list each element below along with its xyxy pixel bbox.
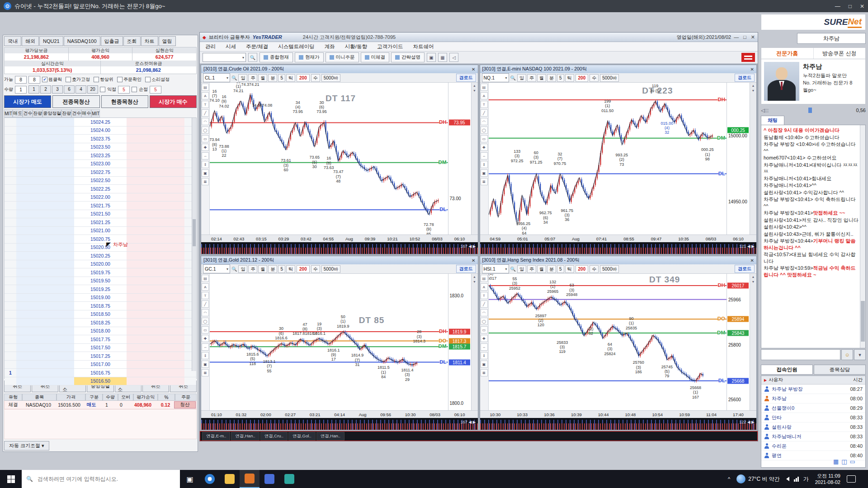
chart-search-icon[interactable]: 🔍	[510, 267, 516, 272]
drawing-tool-icon[interactable]: ▭	[202, 326, 209, 333]
qty-preset-button[interactable]: 1	[28, 85, 39, 94]
drawing-tool-icon[interactable]: ▤	[202, 84, 209, 91]
orderbook-price[interactable]: 15017.75	[74, 335, 127, 343]
chart-titlebar[interactable]: [3010] 연결,Crude Oil 2021.09 - 200틱 ✕	[201, 65, 478, 73]
user-row[interactable]: 만타 08:33	[761, 413, 865, 422]
orderbook-row[interactable]: 15018.00	[5, 327, 196, 336]
checkbox-option[interactable]: 호가고정	[66, 76, 90, 83]
menu-item[interactable]: 차트쉐어	[413, 43, 434, 50]
drawing-tool-icon[interactable]: ▣	[202, 169, 209, 177]
orderbook-row[interactable]: 15021.50	[5, 210, 196, 219]
user-row[interactable]: 차주남매니저 08:33	[761, 432, 865, 441]
su-button[interactable]: 수	[590, 265, 599, 273]
chart-side-scrollbar[interactable]: ▲▼	[471, 274, 478, 410]
menu-item[interactable]: 시스템트레이딩	[278, 43, 315, 50]
orderbook-price[interactable]: 15019.00	[74, 294, 127, 302]
orderbook-row[interactable]: 15021.00	[5, 227, 196, 235]
layout-single-icon[interactable]: ▭	[850, 458, 855, 465]
orderbook-row[interactable]: 15024.25	[5, 118, 196, 127]
orderbook-price[interactable]: 15023.50	[74, 143, 127, 151]
quick-liquidate-button[interactable]	[741, 53, 755, 62]
drawing-tool-icon[interactable]: A	[481, 92, 488, 99]
qty-preset-button[interactable]: 2	[40, 85, 51, 94]
quick-window-button[interactable]: 현재가	[295, 52, 324, 62]
user-row[interactable]: 차주남 08:00	[761, 394, 865, 404]
orderbook-price[interactable]: 15021.25	[74, 218, 127, 226]
load-button[interactable]: 겹로드	[456, 74, 476, 82]
chart-side-scrollbar[interactable]: ▲▼	[471, 83, 478, 235]
chat-scrollbar[interactable]	[860, 125, 865, 348]
tray-expand-icon[interactable]: ^	[728, 476, 730, 482]
orderbook-row[interactable]: 15016.50	[5, 377, 196, 386]
orderbook-header-cell[interactable]: 건수	[71, 109, 81, 117]
drawing-tool-icon[interactable]: ⇕	[481, 352, 488, 359]
drawing-tool-icon[interactable]: T	[202, 101, 209, 108]
orderbook-row[interactable]: 15021.75	[5, 202, 196, 210]
position-row[interactable]: 체결 NASDAQ10 15016.500 매도 1 0 408,960 0.1…	[4, 401, 197, 409]
period-button[interactable]: 월	[258, 265, 267, 273]
monitor-icon[interactable]: ▣	[427, 53, 436, 62]
chart-document-tab[interactable]: 연결,Cru..	[260, 432, 288, 441]
quick-window-button[interactable]: 종합현재	[259, 52, 293, 62]
chat-tab[interactable]: 채팅	[761, 116, 784, 125]
su-button[interactable]: 수	[311, 74, 320, 82]
expert-tab[interactable]: 방송쿠폰 신청	[814, 48, 866, 59]
orderbook-header-cell[interactable]: 중앙정렬	[42, 109, 61, 117]
quick-window-button[interactable]: 미니주문	[326, 52, 359, 62]
orderbook-row[interactable]: 15020.50	[5, 244, 196, 252]
qty-preset-button[interactable]: 20	[87, 85, 98, 94]
symbol-search-combo[interactable]: ▾	[203, 53, 246, 62]
period-button[interactable]: 분	[547, 265, 556, 273]
chart-time-axis[interactable]: 04:5905:0105:07Aug07:4108:5509:4710:3508…	[480, 235, 757, 242]
menu-item[interactable]: 고객가이드	[377, 43, 403, 50]
menu-item[interactable]: 시세	[226, 43, 236, 50]
yestrader-restore-icon[interactable]: □	[743, 34, 746, 40]
user-row[interactable]: 수리온 08:40	[761, 441, 865, 451]
task-view-button[interactable]: ▣	[180, 470, 200, 488]
orderbook-header-cell[interactable]: MIT	[4, 109, 13, 117]
drawing-tool-icon[interactable]: ◯	[481, 318, 488, 325]
autosize-dropdown[interactable]: 자동 크기조절 ▾	[4, 441, 49, 450]
orderbook-price[interactable]: 15019.50	[74, 277, 127, 285]
orderbook-price[interactable]: 15024.25	[74, 118, 127, 126]
taskbar-clock[interactable]: 오전 11:09 2021-08-02	[815, 473, 840, 486]
qty-preset-button[interactable]: 6	[64, 85, 75, 94]
position-liquidate-button[interactable]: 청산	[174, 401, 196, 408]
speaker-icon[interactable]: ◁𝄙	[761, 108, 769, 113]
volume-tray-icon[interactable]	[786, 477, 789, 481]
bar-pager[interactable]: 122 ◀ ▶	[739, 420, 755, 424]
yestrader-close-icon[interactable]: ✕	[751, 34, 755, 40]
drawing-tool-icon[interactable]: ▭	[481, 326, 488, 333]
chart-search-icon[interactable]: 🔍	[510, 75, 516, 80]
period-button[interactable]: 주	[527, 265, 536, 273]
expert-name-button[interactable]: 차주남	[797, 33, 866, 44]
tick-count[interactable]: 200	[297, 74, 310, 82]
period-button[interactable]: 5	[278, 265, 285, 273]
quick-window-button[interactable]: 간략설명	[391, 52, 425, 62]
drawing-tool-icon[interactable]: ⇔	[202, 152, 209, 160]
chart-symbol-combo[interactable]: HSI.1▾	[482, 264, 509, 273]
drawing-tool-icon[interactable]: ▭	[481, 135, 488, 142]
order-panel-tab[interactable]: 입출금	[101, 36, 123, 46]
orderbook-price[interactable]: 15018.00	[74, 327, 127, 335]
chart-titlebar[interactable]: [3010] 연결,E-mini NASDAQ 100 2021.09 - 20…	[480, 65, 757, 73]
bar-count-combo[interactable]: 5000바	[321, 74, 340, 82]
layout-split-icon[interactable]: ◫	[841, 458, 847, 465]
period-button[interactable]: 5	[557, 265, 564, 273]
checkbox-option[interactable]: ✔ 원클릭	[42, 76, 62, 83]
liquidate-current-button[interactable]: 현종목청산	[101, 95, 148, 108]
tab-stock-consult[interactable]: 종목상담	[814, 365, 866, 375]
order-panel-tab[interactable]: 열림	[159, 36, 176, 46]
bar-count-combo[interactable]: 5000바	[600, 74, 619, 82]
market-sell-button[interactable]: 시장가 매도	[4, 95, 51, 108]
time-column-header[interactable]: 시간	[853, 377, 863, 383]
drawing-tool-icon[interactable]: ▭	[202, 135, 209, 142]
drawing-tool-icon[interactable]: ⇕	[202, 161, 209, 168]
orderbook-price[interactable]: 15022.50	[74, 177, 127, 185]
checkbox-option[interactable]: 항상위	[94, 76, 113, 83]
orderbook-price[interactable]: 15021.50	[74, 210, 127, 218]
orderbook-row[interactable]: 15020.00	[5, 260, 196, 269]
volume-slider[interactable]	[771, 109, 853, 111]
checkbox-icon[interactable]: ✔	[42, 77, 47, 82]
layout-grid-icon[interactable]: ▦	[833, 458, 839, 465]
